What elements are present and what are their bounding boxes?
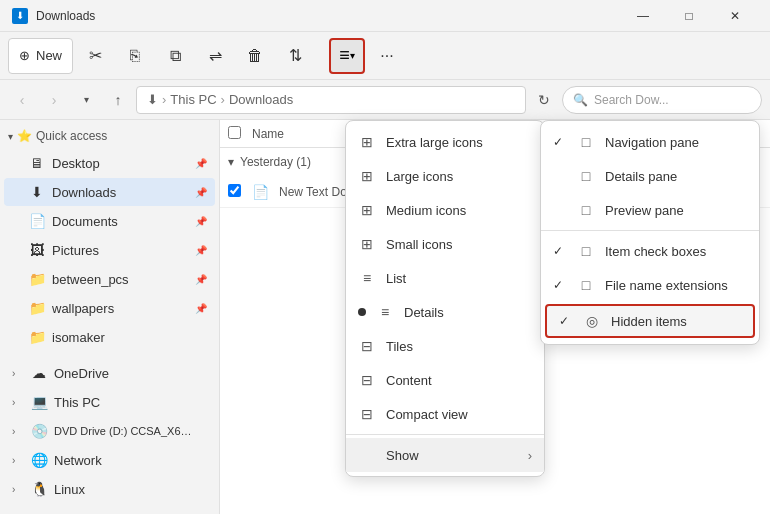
- view-dropdown-icon: ▾: [350, 50, 355, 61]
- sidebar-item-thispc[interactable]: › 💻 This PC: [4, 388, 215, 416]
- compact-view-label: Compact view: [386, 407, 468, 422]
- paste-button[interactable]: ⧉: [157, 38, 193, 74]
- onedrive-icon: ☁: [30, 365, 48, 381]
- rename-button[interactable]: ⇌: [197, 38, 233, 74]
- menu-list[interactable]: ≡ List: [346, 261, 544, 295]
- menu-show[interactable]: Show: [346, 438, 544, 472]
- sidebar-item-documents[interactable]: 📄 Documents 📌: [4, 207, 215, 235]
- desktop-pin: 📌: [195, 158, 207, 169]
- submenu-preview-pane[interactable]: ✓ □ Preview pane: [541, 193, 759, 227]
- path-downloads: Downloads: [229, 92, 293, 107]
- maximize-button[interactable]: □: [666, 0, 712, 32]
- close-button[interactable]: ✕: [712, 0, 758, 32]
- onedrive-label: OneDrive: [54, 366, 109, 381]
- sidebar-item-wallpapers[interactable]: 📁 wallpapers 📌: [4, 294, 215, 322]
- path-sep2: ›: [221, 92, 225, 107]
- window-icon: ⬇: [12, 8, 28, 24]
- search-icon: 🔍: [573, 93, 588, 107]
- file-icon: 📄: [252, 184, 269, 200]
- onedrive-expand: ›: [12, 368, 24, 379]
- copy-button[interactable]: ⎘: [117, 38, 153, 74]
- view-button[interactable]: ≡ ▾: [329, 38, 365, 74]
- recent-locations-button[interactable]: ▾: [72, 86, 100, 114]
- check-boxes-label: Item check boxes: [605, 244, 706, 259]
- sort-button[interactable]: ⇅: [277, 38, 313, 74]
- hidden-items-check: ✓: [559, 314, 573, 328]
- menu-details[interactable]: ≡ Details: [346, 295, 544, 329]
- show-label: Show: [386, 448, 419, 463]
- file-checkbox[interactable]: [228, 184, 241, 197]
- hidden-items-icon: ◎: [583, 313, 601, 329]
- sidebar-item-between-pcs[interactable]: 📁 between_pcs 📌: [4, 265, 215, 293]
- menu-content[interactable]: ⊟ Content: [346, 363, 544, 397]
- more-button[interactable]: ···: [369, 38, 405, 74]
- select-all-checkbox[interactable]: [228, 126, 241, 139]
- compact-view-icon: ⊟: [358, 406, 376, 422]
- large-icons-icon: ⊞: [358, 168, 376, 184]
- submenu-hidden-items[interactable]: ✓ ◎ Hidden items: [545, 304, 755, 338]
- nav-pane-check: ✓: [553, 135, 567, 149]
- up-folder-icon: ⬇: [147, 92, 158, 107]
- details-pane-icon: □: [577, 168, 595, 184]
- sidebar-item-isomaker[interactable]: 📁 isomaker: [4, 323, 215, 351]
- submenu-item-check-boxes[interactable]: ✓ □ Item check boxes: [541, 234, 759, 268]
- thispc-label: This PC: [54, 395, 100, 410]
- medium-icons-label: Medium icons: [386, 203, 466, 218]
- up-button[interactable]: ↑: [104, 86, 132, 114]
- sidebar-item-pictures[interactable]: 🖼 Pictures 📌: [4, 236, 215, 264]
- new-button[interactable]: ⊕ New: [8, 38, 73, 74]
- menu-compact-view[interactable]: ⊟ Compact view: [346, 397, 544, 431]
- search-box[interactable]: 🔍 Search Dow...: [562, 86, 762, 114]
- network-icon: 🌐: [30, 452, 48, 468]
- downloads-icon: ⬇: [28, 184, 46, 200]
- details-dot: [358, 308, 366, 316]
- dvd-label: DVD Drive (D:) CCSA_X64FRE_EN-US_D: [54, 425, 194, 437]
- menu-large-icons[interactable]: ⊞ Large icons: [346, 159, 544, 193]
- address-path[interactable]: ⬇ › This PC › Downloads: [136, 86, 526, 114]
- window-title: Downloads: [36, 9, 612, 23]
- path-this-pc: This PC: [170, 92, 216, 107]
- documents-icon: 📄: [28, 213, 46, 229]
- file-ext-icon: □: [577, 277, 595, 293]
- network-label: Network: [54, 453, 102, 468]
- menu-medium-icons[interactable]: ⊞ Medium icons: [346, 193, 544, 227]
- menu-extra-large-icons[interactable]: ⊞ Extra large icons: [346, 125, 544, 159]
- file-ext-check: ✓: [553, 278, 567, 292]
- preview-pane-icon: □: [577, 202, 595, 218]
- submenu-file-extensions[interactable]: ✓ □ File name extensions: [541, 268, 759, 302]
- back-button[interactable]: ‹: [8, 86, 36, 114]
- sidebar-item-desktop[interactable]: 🖥 Desktop 📌: [4, 149, 215, 177]
- pictures-pin: 📌: [195, 245, 207, 256]
- cut-button[interactable]: ✂: [77, 38, 113, 74]
- desktop-label: Desktop: [52, 156, 100, 171]
- submenu-navigation-pane[interactable]: ✓ □ Navigation pane: [541, 125, 759, 159]
- nav-pane-label: Navigation pane: [605, 135, 699, 150]
- extra-large-icons-icon: ⊞: [358, 134, 376, 150]
- downloads-pin: 📌: [195, 187, 207, 198]
- minimize-button[interactable]: —: [620, 0, 666, 32]
- submenu-details-pane[interactable]: ✓ □ Details pane: [541, 159, 759, 193]
- between-pcs-icon: 📁: [28, 271, 46, 287]
- address-bar: ‹ › ▾ ↑ ⬇ › This PC › Downloads ↻ 🔍 Sear…: [0, 80, 770, 120]
- wallpapers-label: wallpapers: [52, 301, 114, 316]
- menu-small-icons[interactable]: ⊞ Small icons: [346, 227, 544, 261]
- refresh-button[interactable]: ↻: [530, 86, 558, 114]
- quick-access-label: Quick access: [36, 129, 107, 143]
- thispc-icon: 💻: [30, 394, 48, 410]
- check-boxes-icon: □: [577, 243, 595, 259]
- menu-tiles[interactable]: ⊟ Tiles: [346, 329, 544, 363]
- downloads-label: Downloads: [52, 185, 116, 200]
- sidebar-item-linux[interactable]: › 🐧 Linux: [4, 475, 215, 503]
- sidebar-item-network[interactable]: › 🌐 Network: [4, 446, 215, 474]
- large-icons-label: Large icons: [386, 169, 453, 184]
- list-icon: ≡: [358, 270, 376, 286]
- sidebar-item-onedrive[interactable]: › ☁ OneDrive: [4, 359, 215, 387]
- delete-button[interactable]: 🗑: [237, 38, 273, 74]
- sidebar-item-downloads[interactable]: ⬇ Downloads 📌: [4, 178, 215, 206]
- show-submenu: ✓ □ Navigation pane ✓ □ Details pane ✓ □…: [540, 120, 760, 345]
- nav-pane-icon: □: [577, 134, 595, 150]
- quick-access-header[interactable]: ▾ ⭐ Quick access: [0, 124, 219, 148]
- sidebar-item-dvd[interactable]: › 💿 DVD Drive (D:) CCSA_X64FRE_EN-US_D: [4, 417, 215, 445]
- file-ext-label: File name extensions: [605, 278, 728, 293]
- forward-button[interactable]: ›: [40, 86, 68, 114]
